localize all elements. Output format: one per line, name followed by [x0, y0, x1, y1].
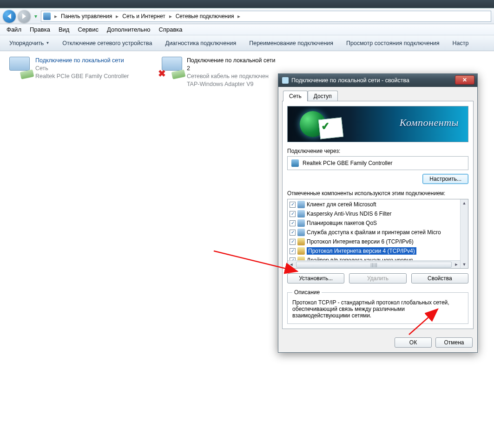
toolbar-rename[interactable]: Переименование подключения [243, 37, 340, 49]
protocol-icon [297, 238, 305, 245]
navigation-bar: ▾ ▸ Панель управления ▸ Сеть и Интернет … [0, 8, 494, 24]
chevron-right-icon [22, 13, 26, 19]
adapter-name: Realtek PCIe GBE Family Controller [303, 160, 392, 166]
components-label: Отмеченные компоненты используются этим … [287, 190, 468, 197]
control-panel-icon [43, 13, 51, 20]
connection-device: Realtek PCIe GBE Family Controller [35, 72, 129, 80]
component-checkbox[interactable]: ✓ [290, 220, 296, 226]
scroll-up-icon[interactable]: ▲ [461, 199, 468, 207]
scroll-left-icon[interactable]: ◄ [288, 262, 295, 267]
remove-button: Удалить [349, 273, 406, 283]
service-icon [297, 201, 305, 208]
component-checkbox[interactable]: ✓ [290, 202, 296, 208]
components-listbox[interactable]: ✓Клиент для сетей Microsoft✓Kaspersky An… [287, 199, 468, 269]
scroll-down-icon[interactable]: ▼ [461, 261, 468, 268]
connection-item-lan2[interactable]: ✖ Подключение по локальной сети 2 Сетево… [158, 54, 279, 91]
component-row[interactable]: ✓Клиент для сетей Microsoft [288, 200, 468, 209]
menu-help[interactable]: Справка [155, 25, 186, 34]
connection-title: Подключение по локальной сети 2 [187, 57, 276, 72]
connection-device: TAP-Windows Adapter V9 [187, 80, 276, 88]
breadcrumb-sep: ▸ [237, 13, 241, 20]
component-row[interactable]: ✓Kaspersky Anti-Virus NDIS 6 Filter [288, 209, 468, 218]
service-icon [297, 219, 305, 227]
menu-bar: Файл Правка Вид Сервис Дополнительно Спр… [0, 24, 494, 35]
checklist-icon: ✔ [318, 118, 343, 139]
breadcrumb-item[interactable]: Сеть и Интернет [120, 13, 167, 20]
nav-forward-button[interactable] [18, 10, 31, 23]
content-pane: Подключение по локальной сети Сеть Realt… [0, 51, 494, 448]
component-label: Планировщик пакетов QoS [307, 220, 377, 226]
adapter-icon [291, 159, 299, 167]
connection-properties-dialog: Подключение по локальной сети - свойства… [278, 73, 478, 353]
network-adapter-icon [8, 57, 31, 76]
component-row[interactable]: ✓Протокол Интернета версии 4 (TCP/IPv4) [288, 246, 468, 256]
service-icon [297, 229, 305, 236]
component-checkbox[interactable]: ✓ [290, 230, 296, 236]
component-checkbox[interactable]: ✓ [290, 211, 296, 217]
cancel-button[interactable]: Отмена [435, 337, 473, 348]
parent-window-titlebar [0, 0, 494, 8]
toolbar-disable-device[interactable]: Отключение сетевого устройства [56, 37, 158, 49]
protocol-icon [297, 247, 305, 255]
network-adapter-disconnected-icon: ✖ [161, 57, 182, 76]
toolbar-organize[interactable]: Упорядочить▼ [3, 37, 56, 49]
breadcrumb-sep: ▸ [53, 13, 58, 20]
connection-title: Подключение по локальной сети [35, 57, 129, 65]
command-toolbar: Упорядочить▼ Отключение сетевого устройс… [0, 35, 494, 51]
description-legend: Описание [292, 289, 322, 296]
component-label: Протокол Интернета версии 6 (TCP/IPv6) [307, 238, 414, 245]
chevron-left-icon [7, 13, 11, 19]
component-label: Служба доступа к файлам и принтерам сете… [307, 229, 441, 236]
component-row[interactable]: ✓Планировщик пакетов QoS [288, 218, 468, 228]
breadcrumb-sep: ▸ [115, 13, 119, 20]
component-row[interactable]: ✓Служба доступа к файлам и принтерам сет… [288, 228, 468, 237]
connection-status: Сетевой кабель не подключен [187, 72, 276, 80]
breadcrumb-item[interactable]: Панель управления [59, 13, 114, 20]
description-text: Протокол TCP/IP - стандартный протокол г… [292, 299, 463, 319]
component-label: Kaspersky Anti-Virus NDIS 6 Filter [307, 211, 392, 217]
tab-network[interactable]: Сеть [283, 91, 308, 101]
horizontal-scrollbar[interactable]: ◄ ► [288, 260, 460, 268]
component-label: Протокол Интернета версии 4 (TCP/IPv4) [307, 247, 416, 255]
breadcrumb-item[interactable]: Сетевые подключения [174, 13, 236, 20]
menu-advanced[interactable]: Дополнительно [103, 25, 154, 34]
connect-via-label: Подключение через: [287, 148, 468, 154]
dialog-title-icon [282, 77, 289, 84]
dialog-footer: ОК Отмена [278, 333, 477, 352]
tab-access[interactable]: Доступ [308, 91, 338, 101]
adapter-display: Realtek PCIe GBE Family Controller [287, 156, 468, 170]
description-group: Описание Протокол TCP/IP - стандартный п… [287, 289, 468, 324]
menu-edit[interactable]: Правка [26, 25, 54, 34]
connection-item-lan1[interactable]: Подключение по локальной сети Сеть Realt… [6, 54, 150, 83]
nav-history-dropdown[interactable]: ▾ [33, 10, 39, 22]
component-label: Клиент для сетей Microsoft [307, 201, 376, 208]
scroll-right-icon[interactable]: ► [453, 262, 460, 267]
install-button[interactable]: Установить... [287, 273, 344, 283]
tab-network-pane: ✔ Компоненты Подключение через: Realtek … [282, 101, 474, 329]
toolbar-view-status[interactable]: Просмотр состояния подключения [340, 37, 446, 49]
ok-button[interactable]: ОК [395, 337, 432, 348]
scroll-thumb[interactable] [296, 262, 452, 268]
dialog-tabs: Сеть Доступ [282, 91, 474, 101]
address-bar[interactable]: ▸ Панель управления ▸ Сеть и Интернет ▸ … [41, 11, 491, 22]
menu-service[interactable]: Сервис [74, 25, 102, 34]
dialog-close-button[interactable]: ✕ [455, 75, 474, 85]
nav-back-button[interactable] [3, 10, 16, 23]
breadcrumb-sep: ▸ [168, 13, 173, 20]
component-checkbox[interactable]: ✓ [290, 248, 296, 254]
menu-view[interactable]: Вид [55, 25, 73, 34]
banner-text: Компоненты [400, 117, 459, 129]
service-icon [297, 210, 305, 217]
connection-status: Сеть [35, 65, 129, 72]
configure-button[interactable]: Настроить... [422, 174, 468, 184]
components-banner: ✔ Компоненты [287, 106, 468, 142]
properties-button[interactable]: Свойства [411, 273, 468, 283]
toolbar-settings[interactable]: Настр [446, 37, 475, 49]
dialog-title-text: Подключение по локальной сети - свойства [291, 77, 409, 84]
menu-file[interactable]: Файл [3, 25, 25, 34]
component-row[interactable]: ✓Протокол Интернета версии 6 (TCP/IPv6) [288, 237, 468, 246]
toolbar-diagnose[interactable]: Диагностика подключения [158, 37, 243, 49]
component-checkbox[interactable]: ✓ [290, 239, 296, 245]
dialog-titlebar[interactable]: Подключение по локальной сети - свойства… [278, 74, 477, 87]
vertical-scrollbar[interactable]: ▲ ▼ [460, 199, 468, 268]
